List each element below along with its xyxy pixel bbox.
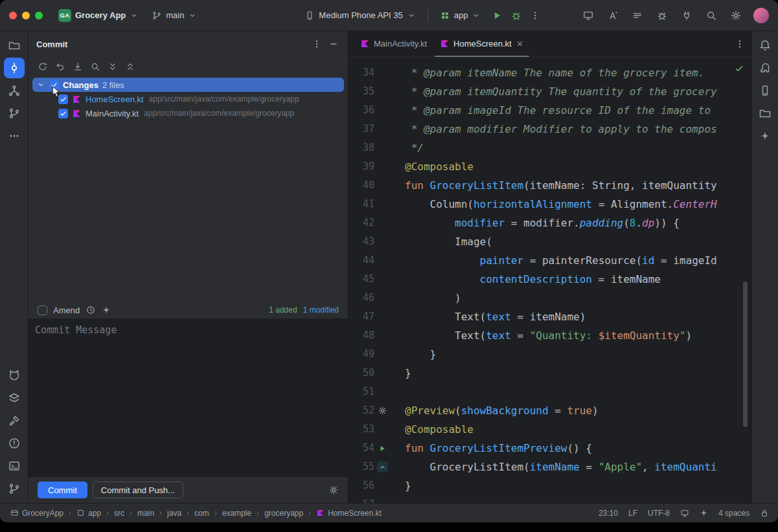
problems-tool-button[interactable] bbox=[4, 433, 25, 454]
build-tool-button[interactable] bbox=[4, 410, 25, 431]
breadcrumb-item[interactable]: HomeScreen.kt bbox=[315, 509, 383, 518]
breadcrumb-item[interactable]: main bbox=[136, 509, 155, 518]
caret-position[interactable]: 23:10 bbox=[599, 509, 618, 518]
commit-and-push-button[interactable]: Commit and Push... bbox=[93, 482, 183, 498]
code-line[interactable]: 42 modifier = modifier.padding(8.dp)) { bbox=[349, 214, 751, 232]
hide-commit-panel-button[interactable] bbox=[327, 38, 340, 50]
code-line[interactable]: 34 * @param itemName The name of the gro… bbox=[349, 63, 751, 82]
code-line[interactable]: 51 bbox=[349, 382, 751, 401]
file-checkbox[interactable] bbox=[58, 109, 68, 118]
project-tool-button[interactable] bbox=[4, 35, 25, 56]
preview-settings-gutter-icon[interactable] bbox=[374, 401, 390, 420]
show-diff-button[interactable] bbox=[89, 60, 102, 73]
logcat-toolbar-button[interactable] bbox=[630, 8, 645, 23]
code-line[interactable]: 53@Composable bbox=[349, 420, 751, 439]
refresh-changes-button[interactable] bbox=[36, 60, 49, 73]
code-line[interactable]: 50} bbox=[349, 364, 751, 382]
code-line[interactable]: 44 painter = painterResource(id = imageI… bbox=[349, 251, 751, 270]
code-line[interactable]: 57 bbox=[349, 495, 751, 503]
breadcrumb-item[interactable]: com bbox=[193, 509, 211, 518]
run-config-selector[interactable]: app bbox=[436, 8, 485, 23]
commit-panel-options-button[interactable] bbox=[310, 38, 323, 50]
composable-badge-gutter-icon[interactable] bbox=[374, 458, 390, 476]
close-window-button[interactable] bbox=[9, 12, 17, 19]
gradle-tool-button[interactable] bbox=[755, 58, 775, 78]
ask-gemini-button[interactable] bbox=[606, 8, 620, 23]
profiler-button[interactable] bbox=[680, 8, 694, 23]
code-line[interactable]: 49 } bbox=[349, 345, 751, 364]
chevron-down-icon[interactable] bbox=[36, 80, 45, 89]
code-line[interactable]: 43 Image( bbox=[349, 232, 751, 251]
collapse-all-button[interactable] bbox=[124, 60, 137, 73]
editor-scrollbar[interactable] bbox=[743, 282, 748, 427]
code-line[interactable]: 56} bbox=[349, 476, 751, 495]
expand-all-button[interactable] bbox=[106, 60, 119, 73]
version-control-tool-button[interactable] bbox=[4, 478, 25, 499]
code-line[interactable]: 46 ) bbox=[349, 289, 751, 307]
changes-root-row[interactable]: Changes 2 files bbox=[32, 78, 344, 92]
notifications-tool-button[interactable] bbox=[755, 35, 775, 56]
tab-homescreen[interactable]: HomeScreen.kt bbox=[433, 31, 531, 57]
code-line[interactable]: 48 Text(text = "Quantity: $itemQuantity"… bbox=[349, 326, 751, 345]
zoom-window-button[interactable] bbox=[35, 12, 43, 19]
running-devices-button[interactable] bbox=[581, 8, 595, 23]
code-line[interactable]: 54fun GroceryListItemPreview() { bbox=[349, 439, 751, 458]
file-encoding[interactable]: UTF-8 bbox=[648, 509, 670, 518]
file-checkbox[interactable] bbox=[58, 94, 68, 104]
code-line[interactable]: 41 Column(horizontalAlignment = Alignmen… bbox=[349, 195, 751, 214]
breadcrumb-item[interactable]: GroceryApp bbox=[9, 509, 65, 518]
code-line[interactable]: 38 */ bbox=[349, 139, 751, 157]
minimize-window-button[interactable] bbox=[22, 12, 30, 19]
rollback-button[interactable] bbox=[54, 60, 67, 73]
debug-button[interactable] bbox=[509, 8, 523, 23]
run-preview-gutter-icon[interactable] bbox=[374, 439, 390, 458]
terminal-tool-button[interactable] bbox=[4, 456, 25, 476]
more-run-actions-button[interactable] bbox=[529, 9, 542, 22]
tab-mainactivity[interactable]: MainActivity.kt bbox=[354, 31, 433, 57]
search-everywhere-button[interactable] bbox=[704, 8, 718, 23]
code-line[interactable]: 55 GroceryListItem(itemName = "Apple", i… bbox=[349, 458, 751, 476]
app-inspection-tool-button[interactable] bbox=[4, 388, 25, 408]
line-separator[interactable]: LF bbox=[628, 509, 637, 518]
commit-button[interactable]: Commit bbox=[38, 482, 87, 498]
changed-file-row[interactable]: MainActivity.ktapp/src/main/java/com/exa… bbox=[32, 106, 344, 120]
code-line[interactable]: 45 contentDescription = itemName bbox=[349, 270, 751, 289]
breadcrumb-item[interactable]: example bbox=[221, 509, 253, 518]
device-manager-tool-button[interactable] bbox=[755, 80, 775, 101]
project-selector[interactable]: GA Grocery App bbox=[54, 6, 143, 25]
inspections-ok-icon[interactable] bbox=[735, 64, 744, 73]
breadcrumb-item[interactable]: src bbox=[113, 509, 126, 518]
device-selector[interactable]: Medium Phone API 35 bbox=[301, 8, 419, 23]
shelve-button[interactable] bbox=[71, 60, 84, 73]
amend-checkbox[interactable] bbox=[38, 305, 47, 315]
code-line[interactable]: 52@Preview(showBackground = true) bbox=[349, 401, 751, 420]
branch-selector[interactable]: main bbox=[148, 8, 201, 23]
code-line[interactable]: 35 * @param itemQuantity The quantity of… bbox=[349, 82, 751, 101]
code-area[interactable]: 34 * @param itemName The name of the gro… bbox=[349, 57, 751, 503]
code-line[interactable]: 37 * @param modifier Modifier to apply t… bbox=[349, 120, 751, 139]
editor-tabs-more-button[interactable] bbox=[733, 38, 746, 50]
gemini-tool-button[interactable] bbox=[755, 126, 775, 146]
gemini-sparkle-icon[interactable] bbox=[700, 509, 708, 517]
pull-requests-tool-button[interactable] bbox=[4, 103, 25, 124]
changed-file-row[interactable]: HomeScreen.ktapp/src/main/java/com/examp… bbox=[32, 92, 344, 106]
code-line[interactable]: 40fun GroceryListItem(itemName: String, … bbox=[349, 176, 751, 195]
changes-checkbox[interactable] bbox=[49, 80, 59, 90]
logcat-tool-button[interactable] bbox=[4, 365, 25, 386]
code-line[interactable]: 47 Text(text = itemName) bbox=[349, 307, 751, 326]
settings-button[interactable] bbox=[729, 8, 743, 23]
code-line[interactable]: 39@Composable bbox=[349, 157, 751, 176]
app-insights-button[interactable] bbox=[655, 8, 669, 23]
lock-icon[interactable] bbox=[760, 509, 769, 518]
commit-tool-button[interactable] bbox=[4, 58, 25, 78]
ai-commit-message-icon[interactable] bbox=[102, 305, 111, 315]
device-explorer-tool-button[interactable] bbox=[755, 103, 775, 124]
more-tool-windows-button[interactable] bbox=[4, 126, 25, 146]
commit-history-icon[interactable] bbox=[86, 305, 96, 315]
code-line[interactable]: 36 * @param imageId The resource ID of t… bbox=[349, 101, 751, 120]
breadcrumb-item[interactable]: groceryapp bbox=[263, 509, 304, 518]
commit-message-input[interactable]: Commit Message bbox=[29, 318, 348, 477]
close-tab-icon[interactable] bbox=[516, 39, 524, 48]
run-button[interactable] bbox=[490, 8, 504, 23]
breadcrumb-item[interactable]: java bbox=[166, 509, 183, 518]
